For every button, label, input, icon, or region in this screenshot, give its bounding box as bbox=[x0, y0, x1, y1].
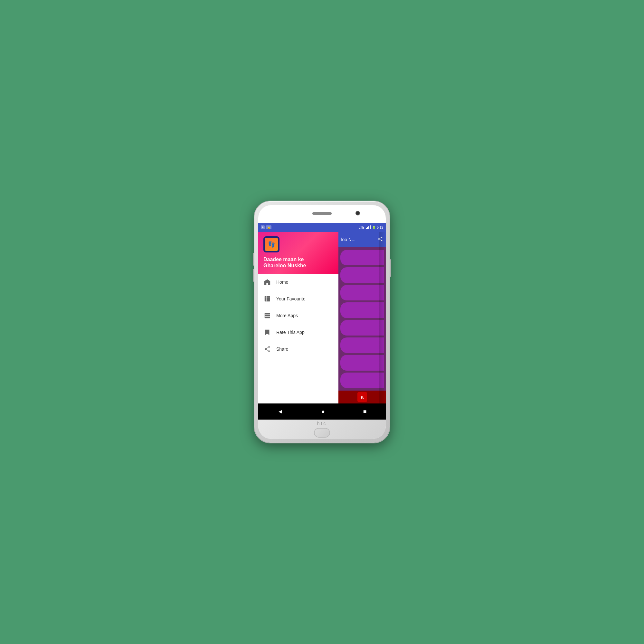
volume-down-button[interactable] bbox=[253, 269, 254, 282]
more-apps-icon bbox=[263, 312, 271, 319]
status-left-icons: A 🔒 bbox=[261, 225, 271, 229]
home-button[interactable]: ● bbox=[319, 406, 327, 418]
drawer-menu: Home Your Favourite bbox=[258, 274, 338, 403]
signal-bar-3 bbox=[368, 226, 369, 229]
app-toolbar: loo N... bbox=[338, 232, 386, 247]
phone-screen: A 🔒 LTE 🔋 5:12 bbox=[258, 205, 386, 439]
menu-label-rate: Rate This App bbox=[276, 330, 305, 335]
svg-point-5 bbox=[268, 346, 270, 348]
drawer-title-line1: Daadee maan ke bbox=[263, 257, 304, 262]
menu-item-more-apps[interactable]: More Apps bbox=[258, 307, 338, 324]
status-icon-a: A bbox=[261, 225, 265, 229]
category-item-1[interactable] bbox=[340, 250, 384, 265]
back-button[interactable]: ◄ bbox=[275, 406, 286, 418]
status-icon-lock: 🔒 bbox=[266, 225, 271, 229]
app-logo-icon: 👣 bbox=[268, 241, 275, 248]
svg-rect-1 bbox=[265, 313, 270, 318]
svg-line-13 bbox=[379, 239, 381, 240]
app-logo: 👣 bbox=[263, 236, 279, 252]
ad-logo: a bbox=[357, 392, 367, 402]
svg-point-12 bbox=[381, 240, 383, 241]
signal-bar-1 bbox=[366, 228, 367, 229]
svg-line-14 bbox=[379, 237, 381, 238]
menu-label-more-apps: More Apps bbox=[276, 313, 298, 318]
menu-item-rate[interactable]: Rate This App bbox=[258, 324, 338, 341]
status-right-info: LTE 🔋 5:12 bbox=[359, 225, 383, 229]
front-camera bbox=[355, 211, 360, 215]
svg-line-9 bbox=[266, 347, 268, 349]
volume-up-button[interactable] bbox=[253, 253, 254, 266]
menu-item-home[interactable]: Home bbox=[258, 274, 338, 290]
navigation-drawer: 👣 Daadee maan ke Ghareloo Nuskhe bbox=[258, 232, 338, 403]
svg-point-11 bbox=[378, 238, 380, 240]
category-list bbox=[338, 247, 386, 391]
time-display: 5:12 bbox=[377, 226, 383, 229]
drawer-title-line2: Ghareloo Nuskhe bbox=[263, 263, 306, 268]
app-area: 👣 Daadee maan ke Ghareloo Nuskhe bbox=[258, 232, 386, 403]
speaker-grille bbox=[312, 212, 332, 215]
share-icon bbox=[263, 345, 271, 353]
signal-bars bbox=[366, 225, 371, 229]
main-content: loo N... bbox=[338, 232, 386, 403]
favourite-icon bbox=[263, 295, 271, 303]
category-item-5[interactable] bbox=[340, 320, 384, 336]
htc-branding-area: htc bbox=[258, 420, 386, 439]
menu-item-favourite[interactable]: Your Favourite bbox=[258, 290, 338, 307]
category-item-6[interactable] bbox=[340, 337, 384, 353]
signal-bar-4 bbox=[370, 225, 371, 229]
menu-label-favourite: Your Favourite bbox=[276, 296, 306, 301]
svg-rect-0 bbox=[265, 296, 270, 302]
category-item-8[interactable] bbox=[340, 373, 384, 388]
menu-label-home: Home bbox=[276, 279, 288, 285]
physical-home-button[interactable] bbox=[314, 428, 330, 438]
recent-apps-button[interactable]: ■ bbox=[361, 406, 369, 418]
battery-indicator: 🔋 bbox=[372, 226, 376, 229]
app-logo-inner: 👣 bbox=[265, 238, 278, 251]
screen-area: A 🔒 LTE 🔋 5:12 bbox=[258, 223, 386, 420]
htc-brand-text: htc bbox=[317, 421, 327, 426]
svg-point-7 bbox=[268, 350, 270, 352]
svg-marker-4 bbox=[265, 330, 270, 335]
signal-bar-2 bbox=[367, 227, 368, 229]
category-item-3[interactable] bbox=[340, 285, 384, 300]
category-item-7[interactable] bbox=[340, 355, 384, 370]
menu-label-share: Share bbox=[276, 346, 288, 352]
power-button[interactable] bbox=[390, 259, 391, 277]
category-item-2[interactable] bbox=[340, 267, 384, 283]
phone-device: A 🔒 LTE 🔋 5:12 bbox=[254, 201, 390, 443]
navigation-bar: ◄ ● ■ bbox=[258, 403, 386, 420]
drawer-app-title: Daadee maan ke Ghareloo Nuskhe bbox=[263, 256, 333, 269]
home-icon bbox=[263, 278, 271, 286]
svg-line-8 bbox=[266, 349, 268, 351]
rate-icon bbox=[263, 328, 271, 336]
status-bar: A 🔒 LTE 🔋 5:12 bbox=[258, 223, 386, 232]
drawer-header: 👣 Daadee maan ke Ghareloo Nuskhe bbox=[258, 232, 338, 274]
toolbar-share-icon[interactable] bbox=[377, 236, 383, 243]
ad-banner: a bbox=[338, 391, 386, 403]
menu-item-share[interactable]: Share bbox=[258, 341, 338, 357]
svg-point-6 bbox=[265, 348, 266, 350]
toolbar-title: loo N... bbox=[341, 237, 375, 242]
svg-point-10 bbox=[381, 236, 383, 238]
category-item-4[interactable] bbox=[340, 302, 384, 318]
signal-lte: LTE bbox=[359, 226, 365, 229]
